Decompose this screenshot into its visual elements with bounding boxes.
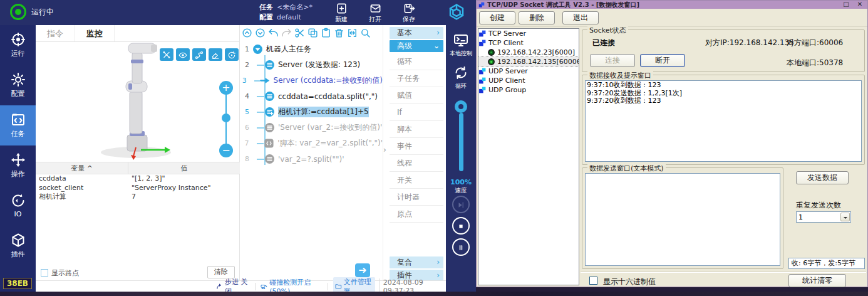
step-forward-button[interactable] [452, 196, 470, 213]
socket-titlebar[interactable]: TCP/UDP Socket 调试工具 V2.3 - [数据收发窗口] [477, 1, 867, 9]
palette-原点[interactable]: 原点 [390, 206, 443, 223]
save-button[interactable]: 保存 [392, 2, 426, 24]
pause-button[interactable] [452, 238, 470, 256]
socket-tree: TCP ServerTCP Client192.168.142.23[6000]… [478, 28, 579, 285]
socket-tree-node[interactable]: UDP Server [478, 66, 579, 76]
socket-tree-node[interactable]: 192.168.142.23[6000] [478, 48, 579, 57]
command-icon [264, 138, 274, 149]
zoom-in-button[interactable]: + [219, 81, 233, 95]
palette-If[interactable]: If [390, 104, 443, 121]
view-tool-rotate-icon[interactable] [225, 48, 239, 61]
redo-button[interactable] [281, 28, 292, 38]
view-tool-tools-icon[interactable] [160, 48, 173, 61]
sidebar-item-配置[interactable]: 配置 [0, 65, 36, 105]
locate-button[interactable] [347, 28, 358, 38]
speed-slider[interactable] [446, 99, 476, 174]
column-value[interactable]: 值 [128, 162, 240, 174]
tcp-node-icon [478, 29, 487, 38]
local-control-button[interactable]: 本地控制 [446, 33, 476, 58]
sidebar-item-运行[interactable]: 运行 [0, 25, 36, 65]
palette-复合[interactable]: 复合› [390, 256, 443, 268]
line-number: 3 [240, 77, 247, 85]
palette-事件[interactable]: 事件 [390, 138, 443, 155]
speed-slider-track[interactable] [459, 113, 463, 171]
view-tool-path-icon[interactable] [192, 48, 206, 61]
receive-log[interactable]: 9:37:10收到数据：1239:37:20发送数据：1,2,3[1次]9:37… [585, 80, 862, 162]
robot-app-window: 运行中 任务<未命名>* 配置default 新建打开保存 运行配置任务操作IO… [0, 0, 476, 292]
clear-stats-button[interactable]: 统计清零 [788, 274, 846, 287]
repeat-count-label: 重复发送次数 [796, 200, 841, 211]
variable-row[interactable]: ccddata"[1, 2, 3]" [36, 174, 240, 184]
palette-计时器[interactable]: 计时器 [390, 189, 443, 206]
combo-dropdown-button[interactable] [840, 213, 850, 221]
task-tree-row[interactable]: 2Server (发送数据: 123) [240, 57, 383, 73]
next-step-button[interactable]: ➜ [355, 263, 370, 277]
sidebar-item-IO[interactable]: IO [0, 186, 36, 226]
variable-row[interactable]: 相机计算7 [36, 193, 240, 202]
task-tree-row[interactable]: 7'脚本: var_2=var_2.split(",")' [240, 135, 383, 151]
disconnect-button[interactable]: 断开 [640, 54, 685, 67]
screen: 运行中 任务<未命名>* 配置default 新建打开保存 运行配置任务操作IO… [0, 0, 868, 296]
maximize-button[interactable]: □ [841, 1, 851, 8]
palette-基本[interactable]: 基本› [390, 27, 443, 39]
socket-tree-node[interactable]: UDP Group [478, 85, 579, 95]
expand-all-button[interactable] [255, 28, 266, 38]
copy-button[interactable] [307, 28, 318, 38]
tab-监控[interactable]: 监控 [75, 25, 115, 41]
variables-header[interactable]: 变量 ^ 值 [36, 162, 240, 174]
socket-tree-node[interactable]: UDP Client [478, 76, 579, 85]
view-tool-eye-icon[interactable] [176, 48, 190, 61]
sidebar-item-任务[interactable]: 任务 [0, 105, 36, 145]
speed-slider-knob[interactable] [455, 100, 467, 113]
sidebar-item-插件[interactable]: 插件 [0, 226, 36, 266]
sidebar-item-操作[interactable]: 操作 [0, 145, 36, 186]
socket-tree-node[interactable]: TCP Client [478, 38, 579, 48]
zoom-slider-knob[interactable] [222, 114, 230, 122]
search-button[interactable] [360, 28, 371, 38]
task-tree-row[interactable]: 1机器人主任务 [240, 41, 383, 57]
open-button[interactable]: 打开 [358, 2, 392, 24]
hex-checkbox[interactable] [589, 277, 597, 285]
palette-高级[interactable]: 高级⌄ [390, 40, 443, 52]
connect-button[interactable]: 连接 [590, 54, 635, 67]
paste-button[interactable] [321, 28, 331, 38]
delete-button[interactable]: 删除 [519, 11, 555, 24]
node-label: 192.168.142.23[6000] [497, 48, 575, 56]
undo-button[interactable] [268, 28, 279, 38]
palette-脚本[interactable]: 脚本 [390, 121, 443, 138]
loop-button[interactable]: 循环 [446, 65, 476, 90]
palette-循环[interactable]: 循环 [390, 53, 443, 70]
repeat-count-combo[interactable]: 1 [796, 211, 851, 223]
task-tree-row[interactable]: 5相机计算:=ccddata[1]+5 [240, 104, 383, 120]
show-waypoints-checkbox[interactable] [41, 269, 48, 277]
palette-赋值[interactable]: 赋值 [390, 87, 443, 104]
zoom-out-button[interactable]: − [219, 144, 233, 157]
column-variable[interactable]: 变量 ^ [36, 162, 128, 174]
tab-指令[interactable]: 指令 [36, 25, 75, 41]
task-tree-row[interactable]: 3Server (ccddata:=接收到的值) [240, 73, 383, 88]
variable-row[interactable]: socket_client"ServerProxy Instance" [36, 184, 240, 193]
send-data-button[interactable]: 发送数据 [796, 171, 849, 184]
exit-button[interactable]: 退出 [562, 11, 599, 24]
create-button[interactable]: 创建 [479, 11, 515, 24]
task-tree-row[interactable]: 6'Server (var_2:=接收到的值)' [240, 120, 383, 135]
view-tool-eraser-icon[interactable] [209, 48, 222, 61]
delete-button[interactable] [334, 28, 344, 38]
robot-3d-view[interactable]: + − [36, 42, 239, 161]
new-file-button[interactable]: 新建 [324, 2, 358, 24]
task-tree-row[interactable]: 4ccddata=ccddata.split(",") [240, 88, 383, 104]
collapse-all-button[interactable] [242, 28, 252, 38]
close-button[interactable]: ✕ [855, 1, 865, 8]
send-textarea[interactable] [585, 173, 780, 266]
stop-button[interactable] [452, 217, 470, 235]
task-tree-row[interactable]: 8'var_2=?.split("")' [240, 151, 383, 167]
socket-tree-node[interactable]: TCP Server [478, 29, 579, 38]
send-group: 数据发送窗口(文本模式) [582, 167, 783, 269]
palette-开关[interactable]: 开关 [390, 172, 443, 189]
palette-collapse-handle[interactable]: › [383, 145, 386, 154]
variable-value: "[1, 2, 3]" [128, 174, 240, 184]
socket-tree-node[interactable]: 192.168.142.135[60006] [478, 57, 579, 66]
palette-线程[interactable]: 线程 [390, 155, 443, 172]
palette-子任务[interactable]: 子任务 [390, 70, 443, 87]
cut-button[interactable] [294, 28, 305, 38]
